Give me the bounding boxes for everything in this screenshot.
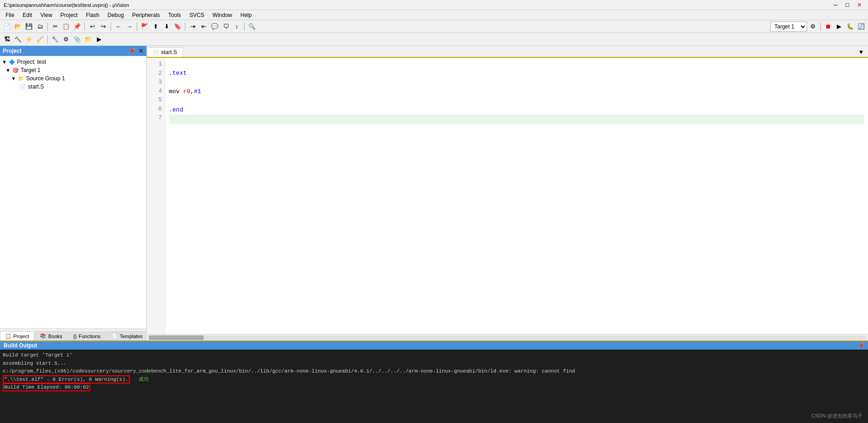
copy-button[interactable]: 📋 (61, 22, 71, 32)
reset-button[interactable]: 🔄 (856, 22, 866, 32)
sep1 (47, 22, 48, 31)
build-all-button[interactable]: 🔨 (13, 34, 23, 45)
menu-item-flash[interactable]: Flash (82, 11, 103, 19)
tree-root[interactable]: ▼ 🔷 Project: test (0, 58, 146, 66)
save-all-button[interactable]: 🗂 (35, 22, 45, 32)
project-icon: 🔷 (9, 59, 15, 65)
minimize-button[interactable]: ─ (830, 0, 840, 10)
sep6 (244, 22, 245, 31)
tab-books[interactable]: 📚 Books (35, 331, 67, 340)
editor-collapse-button[interactable]: ▼ (856, 47, 866, 57)
tab-project[interactable]: 📋 Project (0, 331, 34, 340)
main-layout: Project 📌 ✕ ▼ 🔷 Project: test ▼ 🎯 Target… (0, 46, 868, 423)
folder-icon: 📁 (18, 76, 24, 82)
uncomment-button[interactable]: 🗨 (221, 22, 231, 32)
tree-source-group[interactable]: ▼ 📁 Source Group 1 (0, 74, 146, 83)
run-button[interactable]: ▶ (834, 22, 844, 32)
menu-item-svcs[interactable]: SVCS (186, 11, 208, 19)
close-button[interactable]: ✕ (854, 0, 864, 10)
line-num-3: 3 (147, 78, 162, 87)
menu-item-tools[interactable]: Tools (165, 11, 185, 19)
next-bookmark-button[interactable]: ⬇ (161, 22, 172, 32)
menu-item-file[interactable]: File (2, 11, 18, 19)
build-line-5: Build Time Elapsed: 00:00:02 (3, 384, 865, 392)
title-text: E:\peixunqianrushi\arm\course(test\test.… (4, 2, 129, 8)
expand-icon: ▼ (2, 59, 7, 65)
sep3 (111, 22, 111, 31)
menu-item-window[interactable]: Window (209, 11, 236, 19)
sep7 (820, 22, 821, 31)
build-output-pin[interactable]: 📌 (857, 342, 864, 349)
menu-item-debug[interactable]: Debug (104, 11, 128, 19)
batch-build-button[interactable]: ⚡ (24, 34, 34, 45)
menu-item-project[interactable]: Project (57, 11, 81, 19)
tab-books-label: Books (48, 334, 62, 339)
editor-tab-label: start.S (161, 49, 177, 56)
menu-item-help[interactable]: Help (237, 11, 256, 19)
build-success-text: 成功 (139, 377, 149, 382)
pin-icon[interactable]: 📌 (128, 47, 135, 55)
code-area[interactable]: .text mov r0,#1 .end (165, 58, 868, 334)
clean-button[interactable]: 🧹 (35, 34, 45, 45)
target-dropdown[interactable]: Target 1 (770, 22, 807, 32)
build-target-button[interactable]: 🏗 (2, 34, 12, 45)
tree-file[interactable]: 📄 start.S (0, 83, 146, 91)
tab-functions-icon: {} (73, 334, 77, 339)
debug-button[interactable]: 🐛 (845, 22, 855, 32)
nav-forward-button[interactable]: → (124, 22, 134, 32)
indent-button[interactable]: ⇥ (188, 22, 198, 32)
tab-functions[interactable]: {} Functions (68, 332, 106, 340)
tab-file-icon: 📄 (153, 50, 159, 56)
left-tabs: 📋 Project 📚 Books {} Functions 📄 Templat… (0, 328, 146, 340)
save-button[interactable]: 💾 (24, 22, 34, 32)
scrollbar-thumb[interactable] (149, 335, 204, 340)
tree-target[interactable]: ▼ 🎯 Target 1 (0, 66, 146, 74)
editor-scrollbar[interactable] (147, 334, 868, 340)
find-button[interactable]: 🔍 (247, 22, 257, 32)
code-line-5 (169, 96, 864, 106)
tab-templates[interactable]: 📄 Templates (106, 331, 148, 340)
line-num-5: 5 (147, 95, 162, 105)
tab-functions-label: Functions (78, 334, 100, 339)
editor-content[interactable]: 1 2 3 4 5 6 7 .text mov r0,#1 .end (147, 58, 868, 334)
file-ext-button[interactable]: 📎 (72, 34, 82, 45)
undo-button[interactable]: ↩ (87, 22, 97, 32)
menu-item-view[interactable]: View (37, 11, 56, 19)
wizard-button[interactable]: 🔧 (50, 34, 60, 45)
options-button[interactable]: ⚙ (61, 34, 71, 45)
line-num-1: 1 (147, 60, 162, 69)
line-num-7: 7 (147, 113, 162, 122)
editor-tab-start[interactable]: 📄 start.S (147, 47, 183, 57)
scrollbar-track[interactable] (149, 335, 866, 340)
cut-button[interactable]: ✂ (50, 22, 60, 32)
build-line-4: ".\\test.elf" - 0 Error(s), 0 Warning(s)… (3, 376, 865, 384)
title-bar: E:\peixunqianrushi\arm\course(test\test.… (0, 0, 868, 10)
watermark-text: CSDN @进击的菜鸟子 (812, 413, 862, 418)
redo-button[interactable]: ↪ (98, 22, 108, 32)
prev-bookmark-button[interactable]: ⬆ (150, 22, 161, 32)
line-num-4: 4 (147, 87, 162, 96)
bookmark-button[interactable]: 🚩 (139, 22, 150, 32)
nav-back-button[interactable]: ← (113, 22, 123, 32)
menu-item-peripherals[interactable]: Peripherals (128, 11, 164, 19)
clear-bookmarks-button[interactable]: 🔖 (172, 22, 183, 32)
open-button[interactable]: 📂 (13, 22, 23, 32)
code-line-1 (169, 60, 864, 69)
maximize-button[interactable]: □ (842, 0, 852, 10)
stop-button[interactable]: ⏹ (823, 22, 833, 32)
source-group-name: Source Group 1 (26, 75, 65, 82)
tab-project-label: Project (13, 334, 29, 339)
menu-item-edit[interactable]: Edit (19, 11, 36, 19)
panel-close-icon[interactable]: ✕ (138, 47, 144, 55)
new-button[interactable]: 📄 (2, 22, 12, 32)
wrap-button[interactable]: ↕ (232, 22, 242, 32)
sep8 (47, 35, 48, 44)
run2-button[interactable]: ▶ (94, 34, 104, 45)
manage-button[interactable]: 📁 (83, 34, 93, 45)
settings-button[interactable]: ⚙ (808, 22, 818, 32)
build-output-header: Build Output 📌 (0, 341, 868, 350)
comment-button[interactable]: 💬 (210, 22, 220, 32)
build-line-3: c:/program_files_(x86)/codesourcery/sour… (3, 367, 865, 376)
unindent-button[interactable]: ⇤ (199, 22, 209, 32)
paste-button[interactable]: 📌 (72, 22, 82, 32)
